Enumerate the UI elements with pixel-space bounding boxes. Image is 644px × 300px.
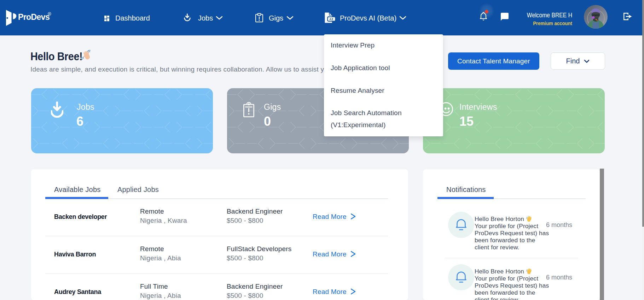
svg-text:AI: AI: [330, 17, 333, 21]
